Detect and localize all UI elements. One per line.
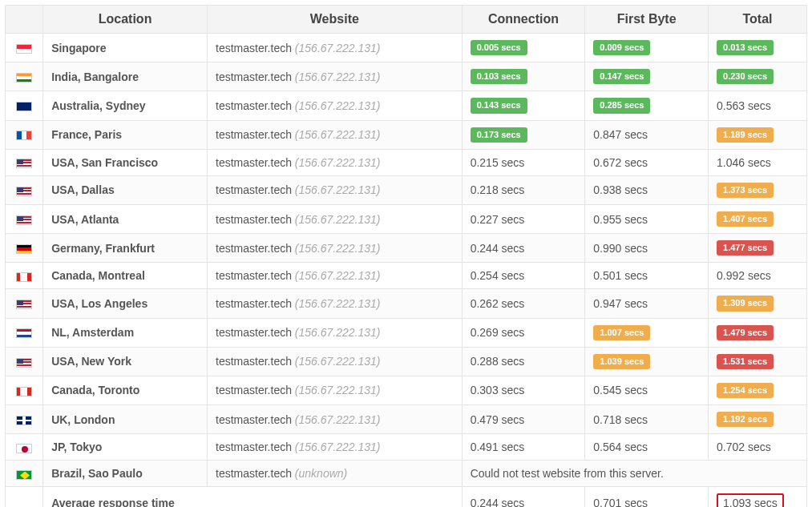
website-ip: (156.67.222.131)	[295, 42, 381, 54]
first-byte-cell: 0.564 secs	[585, 434, 709, 461]
flag-cell	[6, 434, 43, 461]
website-cell: testmaster.tech (156.67.222.131)	[208, 62, 463, 91]
flag-cell	[6, 234, 43, 263]
connection-cell: 0.262 secs	[462, 289, 585, 318]
total-cell: 1.192 secs	[709, 405, 807, 434]
timing-value: 0.501 secs	[593, 269, 648, 282]
table-row: Germany, Frankfurt testmaster.tech (156.…	[6, 234, 807, 263]
timing-badge: 1.039 secs	[593, 354, 650, 369]
timing-value: 0.938 secs	[593, 183, 648, 196]
website-cell: testmaster.tech (156.67.222.131)	[208, 289, 463, 318]
website-ip: (156.67.222.131)	[295, 441, 381, 453]
table-row: USA, Atlanta testmaster.tech (156.67.222…	[6, 204, 807, 233]
header-location[interactable]: Location	[43, 6, 208, 34]
flag-cell	[6, 318, 43, 347]
website-ip: (156.67.222.131)	[295, 183, 381, 196]
connection-cell: 0.479 secs	[462, 405, 585, 434]
first-byte-cell: 0.955 secs	[585, 204, 709, 233]
website-cell: testmaster.tech (156.67.222.131)	[208, 204, 463, 233]
flag-cell	[6, 263, 43, 289]
location-cell: Canada, Montreal	[43, 263, 208, 289]
location-text: Singapore	[51, 42, 106, 54]
website-ip: (156.67.222.131)	[295, 355, 381, 368]
timing-value: 0.990 secs	[593, 242, 648, 255]
flag-cell	[6, 91, 43, 120]
first-byte-cell: 0.147 secs	[585, 62, 709, 91]
timing-value: 0.992 secs	[717, 269, 771, 282]
website-ip: (156.67.222.131)	[295, 70, 381, 83]
timing-value: 0.303 secs	[471, 384, 525, 396]
first-byte-cell: 0.847 secs	[585, 120, 709, 149]
header-first-byte[interactable]: First Byte	[585, 6, 709, 34]
table-row: NL, Amsterdam testmaster.tech (156.67.22…	[6, 318, 807, 347]
website-cell: testmaster.tech (156.67.222.131)	[208, 347, 463, 376]
location-text: Germany, Frankfurt	[51, 242, 155, 255]
connection-cell: 0.254 secs	[462, 263, 585, 289]
website-cell: testmaster.tech (156.67.222.131)	[208, 376, 463, 404]
table-row: USA, San Francisco testmaster.tech (156.…	[6, 149, 807, 175]
timing-value: 0.702 secs	[717, 441, 771, 453]
location-text: USA, Los Angeles	[51, 297, 147, 310]
website-domain: testmaster.tech	[216, 128, 292, 141]
flag-icon	[16, 387, 32, 396]
flag-icon	[16, 159, 32, 168]
table-row: India, Bangalore testmaster.tech (156.67…	[6, 62, 807, 91]
location-text: Canada, Toronto	[51, 384, 139, 396]
first-byte-cell: 0.938 secs	[585, 175, 709, 204]
table-row: Singapore testmaster.tech (156.67.222.13…	[6, 34, 807, 62]
location-cell: Brazil, Sao Paulo	[43, 461, 208, 487]
flag-icon	[16, 44, 32, 54]
timing-badge: 1.531 secs	[717, 354, 774, 369]
timing-badge: 1.479 secs	[717, 325, 774, 340]
website-domain: testmaster.tech	[216, 99, 292, 112]
location-text: India, Bangalore	[51, 70, 139, 83]
website-domain: testmaster.tech	[216, 70, 292, 83]
header-website[interactable]: Website	[208, 6, 463, 34]
timing-value: 0.718 secs	[593, 413, 648, 426]
website-domain: testmaster.tech	[216, 269, 292, 282]
flag-cell	[6, 376, 43, 404]
website-domain: testmaster.tech	[216, 384, 292, 396]
location-text: Canada, Montreal	[51, 269, 145, 282]
first-byte-cell: 0.947 secs	[585, 289, 709, 318]
flag-cell	[6, 120, 43, 149]
website-ip: (156.67.222.131)	[295, 242, 381, 255]
table-row: Canada, Toronto testmaster.tech (156.67.…	[6, 376, 807, 404]
flag-cell	[6, 347, 43, 376]
timing-badge: 0.173 secs	[471, 127, 527, 143]
total-cell: 0.013 secs	[709, 34, 807, 62]
connection-cell: 0.288 secs	[462, 347, 585, 376]
table-row: USA, New York testmaster.tech (156.67.22…	[6, 347, 807, 376]
header-connection[interactable]: Connection	[462, 6, 585, 34]
connection-cell: 0.303 secs	[462, 376, 585, 404]
total-cell: 1.479 secs	[709, 318, 807, 347]
location-text: USA, New York	[51, 355, 131, 368]
timing-badge: 0.005 secs	[471, 40, 527, 55]
table-row: Australia, Sydney testmaster.tech (156.6…	[6, 91, 807, 120]
website-domain: testmaster.tech	[216, 441, 292, 453]
timing-value: 0.947 secs	[593, 297, 648, 310]
timing-value: 0.479 secs	[471, 413, 525, 426]
location-cell: USA, Dallas	[43, 175, 208, 204]
location-cell: India, Bangalore	[43, 62, 208, 91]
first-byte-cell: 1.039 secs	[585, 347, 709, 376]
timing-value: 0.218 secs	[471, 183, 525, 196]
average-label-cell: Average response time	[43, 487, 463, 507]
connection-cell: 0.005 secs	[462, 34, 585, 62]
timing-badge: 1.254 secs	[717, 383, 774, 398]
timing-value: 0.564 secs	[593, 441, 648, 453]
connection-cell: 0.173 secs	[462, 120, 585, 149]
header-flag[interactable]	[6, 6, 43, 34]
flag-icon	[16, 187, 32, 196]
first-byte-cell: 0.990 secs	[585, 234, 709, 263]
location-cell: JP, Tokyo	[43, 434, 208, 461]
website-ip: (156.67.222.131)	[295, 384, 381, 396]
connection-cell: 0.215 secs	[462, 149, 585, 175]
flag-cell	[6, 175, 43, 204]
flag-icon	[16, 300, 32, 309]
avg-first-byte: 0.701 secs	[585, 487, 709, 507]
total-cell: 1.189 secs	[709, 120, 807, 149]
header-total[interactable]: Total	[709, 6, 807, 34]
table-row: France, Paris testmaster.tech (156.67.22…	[6, 120, 807, 149]
website-domain: testmaster.tech	[216, 42, 292, 54]
